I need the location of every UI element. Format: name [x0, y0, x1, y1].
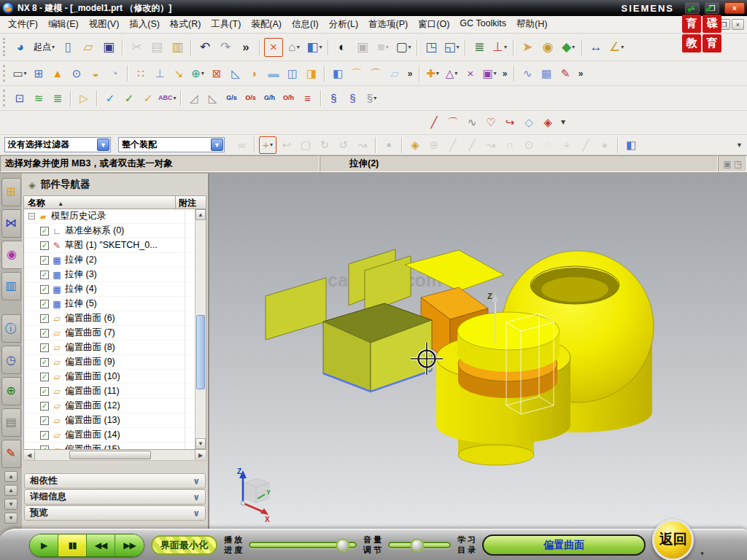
tree-item[interactable]: ✓▱偏置曲面 (9): [24, 355, 195, 370]
tree-item[interactable]: ✓▦拉伸 (2): [24, 253, 195, 268]
feature-checkbox[interactable]: ✓: [40, 314, 49, 323]
feature-checkbox[interactable]: ✓: [40, 271, 49, 279]
scope-filter-dropdown-icon[interactable]: ▼: [211, 139, 223, 151]
menu-item[interactable]: 首选项(P): [363, 16, 413, 33]
studio-spline-icon[interactable]: ✎: [557, 65, 574, 82]
ribbon-icon[interactable]: ⌒: [367, 65, 384, 82]
dropdown-arrow-icon[interactable]: ▾: [572, 44, 575, 50]
process-studio-tab[interactable]: ⊕: [1, 377, 21, 405]
paste-icon[interactable]: ▥: [168, 38, 187, 57]
sync-overflow-icon[interactable]: »: [500, 65, 510, 82]
snap-sphere-icon[interactable]: ●: [596, 136, 614, 154]
dropdown-arrow-icon[interactable]: ▾: [52, 44, 55, 50]
spring-delete-icon[interactable]: §▾: [363, 90, 381, 107]
menu-item[interactable]: 编辑(E): [43, 16, 84, 33]
offset-region-icon[interactable]: △▾: [443, 65, 460, 82]
deviation-check-icon[interactable]: ◺: [204, 90, 222, 107]
dropdown-arrow-icon[interactable]: ▾: [386, 44, 389, 50]
cad-model-open-box[interactable]: [323, 303, 432, 392]
player-more-icon[interactable]: ▾: [700, 550, 704, 557]
reset-layout-icon[interactable]: ×: [264, 38, 283, 57]
snap-intersection-icon[interactable]: +: [558, 136, 576, 154]
part-navigator-tab[interactable]: ◉: [1, 241, 23, 269]
background-swatch-icon[interactable]: ▢▾: [394, 38, 413, 57]
progress-slider[interactable]: [249, 542, 357, 548]
line-icon[interactable]: ╱: [425, 113, 443, 131]
toolbar-grip[interactable]: [3, 65, 7, 82]
pocket-icon[interactable]: ◔: [106, 65, 123, 82]
ghost-cube-icon[interactable]: ■▾: [374, 38, 392, 57]
forward-button[interactable]: ▶▶: [115, 534, 144, 556]
snap-center-icon[interactable]: ◌: [539, 136, 557, 154]
redo-icon[interactable]: ↷: [216, 38, 235, 57]
palette-icon[interactable]: ◉: [538, 38, 557, 57]
feature-checkbox[interactable]: ✓: [40, 227, 49, 236]
arc-icon[interactable]: ⌒: [444, 113, 462, 131]
menu-item[interactable]: 文件(F): [3, 16, 43, 33]
snap-drag-icon[interactable]: ⊕: [425, 136, 443, 154]
layer-list-icon[interactable]: ≣: [49, 90, 66, 107]
tree-item[interactable]: ✓▱偏置曲面 (6): [24, 311, 195, 326]
intersection-plane-icon[interactable]: ◈: [539, 113, 557, 131]
spring-stretch-icon[interactable]: §: [344, 90, 362, 107]
dropdown-arrow-icon[interactable]: ▾: [409, 44, 411, 50]
list-hand-icon[interactable]: ≡: [299, 90, 317, 107]
profile-icon[interactable]: ♡: [482, 113, 500, 131]
menu-item[interactable]: 插入(S): [124, 16, 165, 33]
copy-face-icon[interactable]: ▣▾: [481, 65, 498, 82]
column-name[interactable]: 名称 ▲: [24, 196, 175, 209]
datum-plane-small-icon[interactable]: ◇: [520, 113, 538, 131]
feature-checkbox[interactable]: ✓: [40, 358, 49, 367]
resbar-scroll-button-2[interactable]: ▼: [4, 499, 18, 510]
pinned-cube-icon[interactable]: ▣: [353, 38, 372, 57]
dropdown-arrow-icon[interactable]: ▾: [201, 70, 204, 77]
tree-item[interactable]: ✓▱偏置曲面 (12): [24, 399, 195, 413]
tree-item[interactable]: ✓▱偏置曲面 (7): [24, 326, 195, 341]
clip-status-icon[interactable]: ▣: [723, 159, 731, 169]
expander-icon[interactable]: −: [28, 213, 35, 219]
snap-arc-center-icon[interactable]: ∩: [501, 136, 519, 154]
scroll-thumb[interactable]: [196, 315, 205, 389]
unite-icon[interactable]: ◧: [329, 65, 347, 82]
tree-item[interactable]: ✓▦拉伸 (5): [24, 297, 195, 311]
rotate-cw-icon[interactable]: ↻: [316, 136, 333, 154]
snap-midpoint-icon[interactable]: ╱: [463, 136, 481, 154]
pad-icon[interactable]: ⊥: [151, 65, 169, 82]
feature-overflow-icon[interactable]: »: [405, 65, 415, 82]
select-box-icon[interactable]: ▢: [297, 136, 314, 154]
resbar-scroll-button-0[interactable]: ▲: [4, 471, 18, 482]
info-list-icon[interactable]: ≣: [470, 38, 489, 57]
tree-horizontal-scrollbar[interactable]: ◀ ▶: [23, 450, 206, 461]
feature-checkbox[interactable]: ✓: [40, 387, 49, 396]
shaded-cube-icon[interactable]: ◧▾: [305, 38, 324, 57]
tree-item[interactable]: ✓▱偏置曲面 (8): [24, 341, 195, 355]
copy-icon[interactable]: ▤: [147, 38, 166, 57]
menu-item[interactable]: 格式(R): [165, 16, 206, 33]
dropdown-arrow-icon[interactable]: ▾: [320, 44, 322, 50]
abc-annotation-icon[interactable]: ABC▾: [158, 90, 177, 107]
gh-analysis-icon[interactable]: G/h: [261, 90, 279, 107]
feature-checkbox[interactable]: ✓: [40, 285, 49, 294]
dropdown-arrow-icon[interactable]: ▾: [270, 141, 273, 148]
glass-slab-icon[interactable]: ▱: [386, 65, 403, 82]
type-filter-select[interactable]: 没有选择过滤器 ▼: [4, 137, 111, 152]
revolve-icon[interactable]: ⊙: [68, 65, 85, 82]
tree-item[interactable]: ✓∟基准坐标系 (0): [24, 224, 195, 238]
dropdown-arrow-icon[interactable]: ▾: [504, 44, 507, 50]
measure-angle-icon[interactable]: ∠▾: [607, 38, 626, 57]
draft-icon[interactable]: ◺: [227, 65, 244, 82]
scroll-right-icon[interactable]: ▶: [195, 450, 206, 460]
reuse-library-tab[interactable]: ▥: [1, 272, 21, 300]
undo-selection-icon[interactable]: ↩: [278, 136, 295, 154]
menu-item[interactable]: 工具(T): [206, 16, 246, 33]
find-binoculars-icon[interactable]: ∞: [233, 136, 250, 154]
extrude-icon[interactable]: ▲: [49, 65, 66, 82]
scope-filter-select[interactable]: 整个装配 ▼: [118, 137, 225, 152]
spring-tool-icon[interactable]: §: [325, 90, 343, 107]
deviation-gauge-icon[interactable]: ◿: [185, 90, 203, 107]
snap-point-toggle-icon[interactable]: +▾: [259, 136, 276, 154]
close-button[interactable]: ×: [724, 2, 745, 14]
pattern-icon[interactable]: ↘: [170, 65, 187, 82]
gs-analysis-icon[interactable]: G/s: [223, 90, 241, 107]
snap-control-point-icon[interactable]: ↝: [482, 136, 500, 154]
